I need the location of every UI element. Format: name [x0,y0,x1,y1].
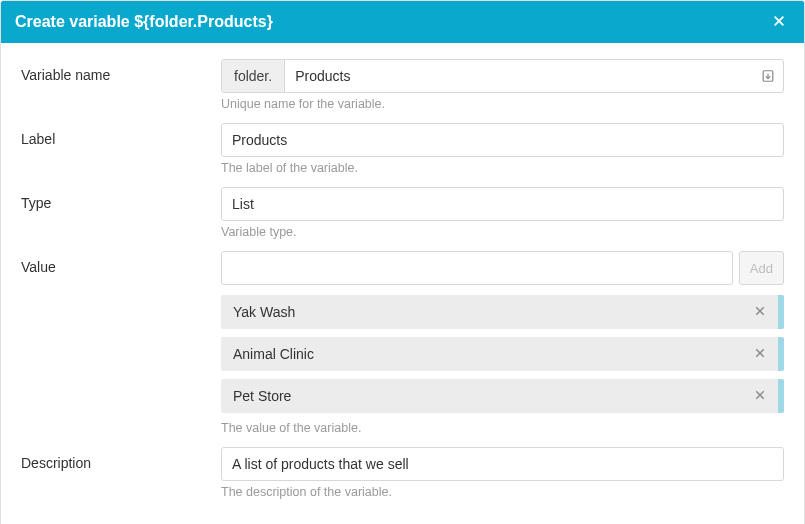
description-row: Description The description of the varia… [21,447,784,499]
label-field-label: Label [21,123,221,147]
variable-name-input-group: folder. [221,59,784,93]
variable-name-label: Variable name [21,59,221,83]
variable-name-row: Variable name folder. Unique name for th… [21,59,784,111]
drag-handle[interactable] [778,295,784,329]
add-button[interactable]: Add [739,251,784,285]
description-hint: The description of the variable. [221,485,784,499]
modal-footer: Cancel Save [1,511,804,524]
modal-title: Create variable ${folder.Products} [15,13,273,31]
remove-item-icon[interactable] [748,344,772,364]
value-row: Value Add Yak Wash Animal Clinic [21,251,784,435]
value-list: Yak Wash Animal Clinic [221,295,784,413]
close-icon[interactable] [768,11,790,33]
type-select[interactable] [221,187,784,221]
drag-handle[interactable] [778,337,784,371]
type-row: Type Variable type. [21,187,784,239]
label-row: Label The label of the variable. [21,123,784,175]
label-hint: The label of the variable. [221,161,784,175]
drag-handle[interactable] [778,379,784,413]
label-input[interactable] [221,123,784,157]
list-item: Pet Store [221,379,784,413]
create-variable-modal: Create variable ${folder.Products} Varia… [0,0,805,524]
modal-body: Variable name folder. Unique name for th… [1,43,804,499]
value-add-input[interactable] [221,251,733,285]
variable-name-badge-icon [753,60,783,92]
value-field-label: Value [21,251,221,275]
remove-item-icon[interactable] [748,302,772,322]
modal-header: Create variable ${folder.Products} [1,1,804,43]
description-field-label: Description [21,447,221,471]
variable-name-prefix: folder. [222,60,285,92]
remove-item-icon[interactable] [748,386,772,406]
variable-name-hint: Unique name for the variable. [221,97,784,111]
description-input[interactable] [221,447,784,481]
list-item-label: Pet Store [233,388,748,404]
type-field-label: Type [21,187,221,211]
list-item: Animal Clinic [221,337,784,371]
type-hint: Variable type. [221,225,784,239]
list-item-label: Yak Wash [233,304,748,320]
list-item-label: Animal Clinic [233,346,748,362]
value-hint: The value of the variable. [221,421,784,435]
variable-name-input[interactable] [285,60,753,92]
list-item: Yak Wash [221,295,784,329]
